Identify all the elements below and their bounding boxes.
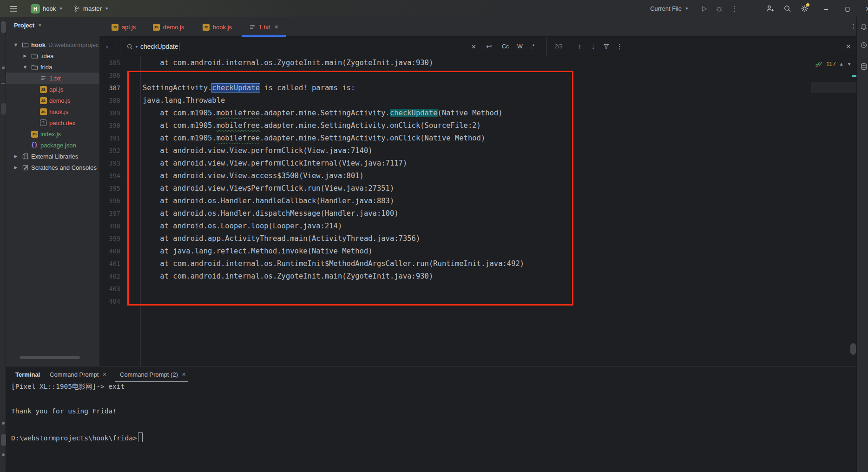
editor-area[interactable]: 385 at com.android.internal.os.ZygoteIni…	[99, 56, 856, 366]
regex-toggle[interactable]: .*	[531, 37, 534, 56]
search-mode-button[interactable]: ▼	[126, 37, 138, 56]
close-terminal-tab-button[interactable]: ✕	[182, 372, 186, 378]
previous-occurrence-button[interactable]: ↑	[578, 37, 581, 56]
js-file-icon: JS	[203, 24, 210, 31]
newline-button[interactable]: ↩	[486, 37, 492, 56]
terminal-tab-label: Command Prompt	[50, 371, 99, 378]
project-panel-header[interactable]: Project ▼	[14, 22, 42, 29]
next-occurrence-button[interactable]: ↓	[592, 37, 595, 56]
match-case-toggle[interactable]: Cc	[502, 37, 509, 56]
settings-badge	[806, 3, 809, 7]
commit-tool-stripe-button[interactable]	[1, 103, 6, 115]
project-widget[interactable]: H hook ▼	[31, 4, 63, 13]
terminal-prompt[interactable]: D:\webstormprojects\hook\frida>	[11, 432, 143, 442]
words-toggle[interactable]: W	[517, 37, 523, 56]
tool-stripe-button[interactable]	[2, 453, 5, 456]
close-tab-button[interactable]: ✕	[274, 24, 278, 30]
terminal-tab-command-prompt[interactable]: Command Prompt✕	[50, 366, 107, 382]
terminal-tool-window[interactable]: TerminalCommand Prompt✕Command Prompt (2…	[6, 366, 856, 472]
window-maximize-button[interactable]: ▢	[841, 6, 854, 12]
project-tool-stripe-button[interactable]	[1, 21, 6, 33]
more-actions-button[interactable]: ⋮	[731, 5, 738, 13]
tree-item-label: package.json	[40, 142, 76, 149]
search-input[interactable]: checkUpdate	[140, 37, 179, 56]
history-tool-button[interactable]	[860, 41, 868, 49]
tree-item-hook-js[interactable]: JShook.js	[6, 106, 99, 117]
run-configuration-select[interactable]: Current File ▼	[650, 5, 689, 12]
search-options-button[interactable]: ⋮	[616, 37, 623, 56]
tree-item-scratches-and-consoles[interactable]: ▶Scratches and Consoles	[6, 162, 99, 173]
tree-item-external-libraries[interactable]: ▶External Libraries	[6, 151, 99, 162]
active-terminal-tab-indicator	[115, 381, 188, 382]
inspections-ok-icon	[815, 60, 823, 68]
tab-label: 1.txt	[259, 24, 270, 31]
terminal-tool-stripe-button[interactable]	[1, 434, 6, 446]
user-add-icon	[766, 5, 774, 13]
settings-button[interactable]	[801, 5, 809, 13]
tree-item-api-js[interactable]: JSapi.js	[6, 84, 99, 95]
chevron-collapsed-icon[interactable]: ▶	[13, 154, 19, 159]
tree-item-demo-js[interactable]: JSdemo.js	[6, 95, 99, 106]
editor-line[interactable]: 385 at com.android.internal.os.ZygoteIni…	[99, 56, 856, 69]
tree-item-hook[interactable]: ▼hookD:\webstormprojec	[6, 39, 99, 50]
close-terminal-tab-button[interactable]: ✕	[102, 372, 106, 378]
tree-item-index-js[interactable]: JSindex.js	[6, 128, 99, 140]
chevron-collapsed-icon[interactable]: ▶	[22, 53, 28, 58]
editor-tab-hook-js[interactable]: JShook.js	[193, 17, 242, 37]
tree-item-frida[interactable]: ▼frida	[6, 61, 99, 73]
chevron-right-icon: ›	[106, 43, 108, 50]
filter-search-button[interactable]	[603, 37, 610, 56]
notifications-button[interactable]	[860, 23, 868, 30]
scratches-icon	[21, 164, 29, 171]
tree-item-label: demo.js	[49, 97, 71, 104]
chevron-expanded-icon[interactable]: ▼	[22, 64, 28, 70]
search-icon	[126, 43, 133, 50]
vertical-scrollbar[interactable]	[850, 343, 856, 355]
close-search-button[interactable]: ✕	[846, 37, 851, 56]
bell-icon	[860, 23, 868, 30]
inspections-widget[interactable]: 117 ▲ ▼	[815, 58, 852, 70]
tree-item-package-json[interactable]: {}package.json	[6, 140, 99, 151]
stripe-divider	[1, 83, 5, 84]
tool-stripe-button[interactable]	[2, 66, 5, 69]
editor-tab-1-txt[interactable]: 1.txt✕	[242, 17, 286, 37]
window-close-button[interactable]: ✕	[861, 5, 868, 13]
js-file-icon: JS	[112, 24, 118, 31]
editor-tab-demo-js[interactable]: JSdemo.js	[144, 17, 193, 37]
run-button[interactable]	[700, 5, 708, 13]
tree-item--idea[interactable]: ▶.idea	[6, 50, 99, 61]
js-file-icon: JS	[39, 108, 47, 115]
search-everywhere-button[interactable]	[783, 5, 791, 13]
js-file-icon: JS	[39, 86, 47, 93]
tool-stripe-button[interactable]	[2, 422, 5, 425]
clock-icon	[860, 41, 868, 49]
library-icon	[21, 153, 29, 160]
line-number: 385	[99, 59, 140, 66]
expand-replace-button[interactable]: ›	[106, 37, 108, 56]
bug-icon	[716, 5, 723, 13]
main-menu-button[interactable]	[9, 6, 18, 12]
chevron-collapsed-icon[interactable]: ▶	[13, 165, 19, 170]
debug-button[interactable]	[716, 5, 723, 13]
tab-options-button[interactable]: ⋮	[850, 23, 857, 30]
database-tool-button[interactable]	[860, 63, 868, 70]
play-icon	[700, 5, 708, 13]
editor-tab-api-js[interactable]: JSapi.js	[103, 17, 144, 37]
tree-item-patch-dex[interactable]: ?patch.dex	[6, 117, 99, 128]
code-with-me-button[interactable]	[766, 5, 774, 13]
clear-search-button[interactable]: ✕	[471, 37, 476, 56]
chevron-expanded-icon[interactable]: ▼	[13, 42, 19, 47]
code-text: at com.android.internal.os.ZygoteInit.ma…	[143, 59, 433, 67]
terminal-tab-label: Command Prompt (2)	[120, 371, 178, 378]
window-minimize-button[interactable]: –	[820, 5, 833, 13]
chevron-up-icon[interactable]: ▲	[839, 61, 844, 66]
chevron-down-icon[interactable]: ▼	[847, 61, 852, 66]
terminal-tab-command-prompt-2-[interactable]: Command Prompt (2)✕	[120, 366, 186, 382]
tree-item-label: patch.dex	[49, 120, 75, 126]
hamburger-icon	[9, 6, 18, 12]
tree-item-1-txt[interactable]: 1.txt	[6, 73, 99, 84]
horizontal-scrollbar[interactable]	[20, 356, 80, 359]
terminal-tab-terminal[interactable]: Terminal	[15, 366, 40, 382]
vcs-branch-widget[interactable]: master ▼	[73, 5, 109, 12]
git-branch-icon	[73, 5, 80, 12]
